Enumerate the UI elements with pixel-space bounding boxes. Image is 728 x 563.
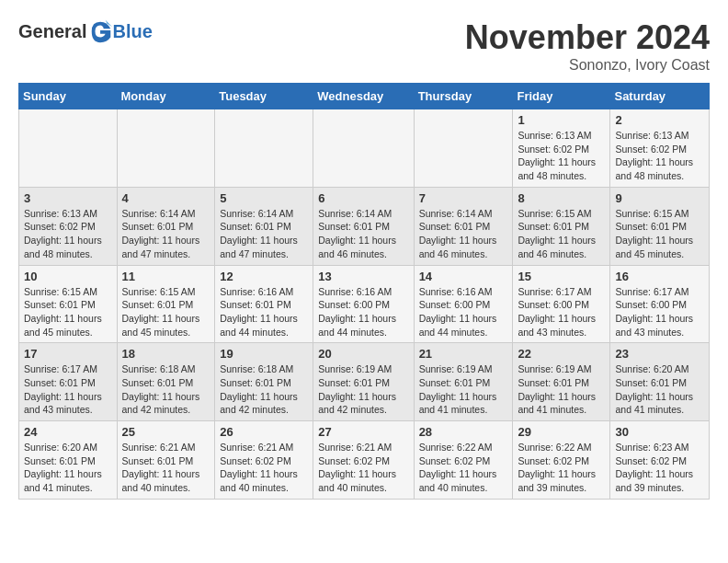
calendar-week-5: 24Sunrise: 6:20 AM Sunset: 6:01 PM Dayli… (19, 421, 710, 500)
day-info: Sunrise: 6:15 AM Sunset: 6:01 PM Dayligh… (615, 207, 704, 261)
day-info: Sunrise: 6:17 AM Sunset: 6:00 PM Dayligh… (518, 285, 605, 339)
header-day-thursday: Thursday (414, 84, 513, 109)
day-number: 21 (419, 347, 508, 361)
calendar-cell: 20Sunrise: 6:19 AM Sunset: 6:01 PM Dayli… (313, 343, 414, 421)
calendar-cell: 17Sunrise: 6:17 AM Sunset: 6:01 PM Dayli… (19, 343, 118, 421)
location-subtitle: Sononzo, Ivory Coast (465, 57, 710, 74)
day-number: 9 (615, 191, 704, 205)
calendar-cell: 30Sunrise: 6:23 AM Sunset: 6:02 PM Dayli… (610, 421, 710, 500)
day-info: Sunrise: 6:17 AM Sunset: 6:01 PM Dayligh… (24, 362, 112, 417)
calendar-cell: 8Sunrise: 6:15 AM Sunset: 6:01 PM Daylig… (513, 187, 610, 265)
day-info: Sunrise: 6:16 AM Sunset: 6:01 PM Dayligh… (220, 285, 308, 339)
logo: General Blue (18, 18, 153, 44)
calendar-cell: 15Sunrise: 6:17 AM Sunset: 6:00 PM Dayli… (513, 265, 610, 343)
day-info: Sunrise: 6:21 AM Sunset: 6:02 PM Dayligh… (318, 441, 408, 495)
header-row: SundayMondayTuesdayWednesdayThursdayFrid… (19, 84, 710, 109)
calendar-cell: 24Sunrise: 6:20 AM Sunset: 6:01 PM Dayli… (19, 421, 118, 500)
day-info: Sunrise: 6:13 AM Sunset: 6:02 PM Dayligh… (615, 129, 704, 183)
calendar-cell: 22Sunrise: 6:19 AM Sunset: 6:01 PM Dayli… (513, 343, 610, 421)
day-info: Sunrise: 6:16 AM Sunset: 6:00 PM Dayligh… (419, 285, 508, 339)
day-number: 3 (24, 191, 112, 205)
day-number: 4 (122, 191, 210, 205)
calendar-cell: 27Sunrise: 6:21 AM Sunset: 6:02 PM Dayli… (313, 421, 414, 500)
day-number: 23 (615, 347, 704, 361)
calendar-body: 1Sunrise: 6:13 AM Sunset: 6:02 PM Daylig… (19, 109, 710, 500)
day-number: 13 (318, 270, 408, 283)
calendar-cell: 29Sunrise: 6:22 AM Sunset: 6:02 PM Dayli… (513, 421, 610, 500)
logo-general-text: General (18, 21, 86, 42)
day-number: 7 (419, 191, 508, 205)
day-info: Sunrise: 6:13 AM Sunset: 6:02 PM Dayligh… (518, 129, 605, 183)
calendar-cell: 23Sunrise: 6:20 AM Sunset: 6:01 PM Dayli… (610, 343, 710, 421)
day-number: 1 (518, 113, 605, 127)
calendar-cell: 5Sunrise: 6:14 AM Sunset: 6:01 PM Daylig… (215, 187, 313, 265)
day-number: 27 (318, 425, 408, 439)
calendar-cell: 6Sunrise: 6:14 AM Sunset: 6:01 PM Daylig… (313, 187, 414, 265)
day-info: Sunrise: 6:19 AM Sunset: 6:01 PM Dayligh… (318, 362, 408, 417)
logo-icon (88, 18, 114, 44)
header-day-friday: Friday (513, 84, 610, 109)
calendar-cell: 28Sunrise: 6:22 AM Sunset: 6:02 PM Dayli… (414, 421, 513, 500)
day-info: Sunrise: 6:14 AM Sunset: 6:01 PM Dayligh… (318, 207, 408, 261)
day-number: 30 (615, 425, 704, 439)
day-info: Sunrise: 6:22 AM Sunset: 6:02 PM Dayligh… (518, 441, 605, 495)
calendar-cell: 7Sunrise: 6:14 AM Sunset: 6:01 PM Daylig… (414, 187, 513, 265)
header-day-wednesday: Wednesday (313, 84, 414, 109)
calendar-cell (19, 109, 118, 188)
calendar-cell: 26Sunrise: 6:21 AM Sunset: 6:02 PM Dayli… (215, 421, 313, 500)
calendar-cell: 21Sunrise: 6:19 AM Sunset: 6:01 PM Dayli… (414, 343, 513, 421)
calendar-cell: 1Sunrise: 6:13 AM Sunset: 6:02 PM Daylig… (513, 109, 610, 188)
header-day-monday: Monday (117, 84, 215, 109)
month-title: November 2024 (465, 18, 710, 57)
calendar-cell: 16Sunrise: 6:17 AM Sunset: 6:00 PM Dayli… (610, 265, 710, 343)
calendar-table: SundayMondayTuesdayWednesdayThursdayFrid… (18, 83, 710, 500)
day-number: 25 (122, 425, 210, 439)
header-day-sunday: Sunday (19, 84, 118, 109)
day-info: Sunrise: 6:23 AM Sunset: 6:02 PM Dayligh… (615, 441, 704, 495)
day-number: 22 (518, 347, 605, 361)
calendar-cell (414, 109, 513, 188)
day-number: 20 (318, 347, 408, 361)
header-day-tuesday: Tuesday (215, 84, 313, 109)
day-number: 28 (419, 425, 508, 439)
day-number: 29 (518, 425, 605, 439)
day-number: 19 (220, 347, 308, 361)
day-number: 6 (318, 191, 408, 205)
calendar-cell: 3Sunrise: 6:13 AM Sunset: 6:02 PM Daylig… (19, 187, 118, 265)
header-day-saturday: Saturday (610, 84, 710, 109)
day-info: Sunrise: 6:19 AM Sunset: 6:01 PM Dayligh… (518, 362, 605, 417)
calendar-week-4: 17Sunrise: 6:17 AM Sunset: 6:01 PM Dayli… (19, 343, 710, 421)
calendar-cell (215, 109, 313, 188)
day-info: Sunrise: 6:14 AM Sunset: 6:01 PM Dayligh… (419, 207, 508, 261)
title-area: November 2024 Sononzo, Ivory Coast (465, 18, 710, 74)
day-info: Sunrise: 6:14 AM Sunset: 6:01 PM Dayligh… (122, 207, 210, 261)
day-info: Sunrise: 6:20 AM Sunset: 6:01 PM Dayligh… (615, 362, 704, 417)
day-info: Sunrise: 6:15 AM Sunset: 6:01 PM Dayligh… (122, 285, 210, 339)
day-number: 14 (419, 270, 508, 283)
day-info: Sunrise: 6:16 AM Sunset: 6:00 PM Dayligh… (318, 285, 408, 339)
day-info: Sunrise: 6:22 AM Sunset: 6:02 PM Dayligh… (419, 441, 508, 495)
day-info: Sunrise: 6:19 AM Sunset: 6:01 PM Dayligh… (419, 362, 508, 417)
calendar-cell (117, 109, 215, 188)
day-info: Sunrise: 6:21 AM Sunset: 6:02 PM Dayligh… (220, 441, 308, 495)
calendar-week-1: 1Sunrise: 6:13 AM Sunset: 6:02 PM Daylig… (19, 109, 710, 188)
calendar-cell: 18Sunrise: 6:18 AM Sunset: 6:01 PM Dayli… (117, 343, 215, 421)
logo-blue-text: Blue (112, 21, 152, 42)
calendar-cell: 4Sunrise: 6:14 AM Sunset: 6:01 PM Daylig… (117, 187, 215, 265)
day-number: 16 (615, 270, 704, 283)
calendar-cell: 10Sunrise: 6:15 AM Sunset: 6:01 PM Dayli… (19, 265, 118, 343)
day-number: 8 (518, 191, 605, 205)
calendar-cell: 25Sunrise: 6:21 AM Sunset: 6:01 PM Dayli… (117, 421, 215, 500)
calendar-week-2: 3Sunrise: 6:13 AM Sunset: 6:02 PM Daylig… (19, 187, 710, 265)
day-info: Sunrise: 6:21 AM Sunset: 6:01 PM Dayligh… (122, 441, 210, 495)
day-info: Sunrise: 6:17 AM Sunset: 6:00 PM Dayligh… (615, 285, 704, 339)
day-number: 18 (122, 347, 210, 361)
day-info: Sunrise: 6:15 AM Sunset: 6:01 PM Dayligh… (24, 285, 112, 339)
day-info: Sunrise: 6:20 AM Sunset: 6:01 PM Dayligh… (24, 441, 112, 495)
day-info: Sunrise: 6:15 AM Sunset: 6:01 PM Dayligh… (518, 207, 605, 261)
day-number: 11 (122, 270, 210, 283)
day-number: 24 (24, 425, 112, 439)
day-number: 26 (220, 425, 308, 439)
calendar-cell: 13Sunrise: 6:16 AM Sunset: 6:00 PM Dayli… (313, 265, 414, 343)
day-info: Sunrise: 6:18 AM Sunset: 6:01 PM Dayligh… (220, 362, 308, 417)
